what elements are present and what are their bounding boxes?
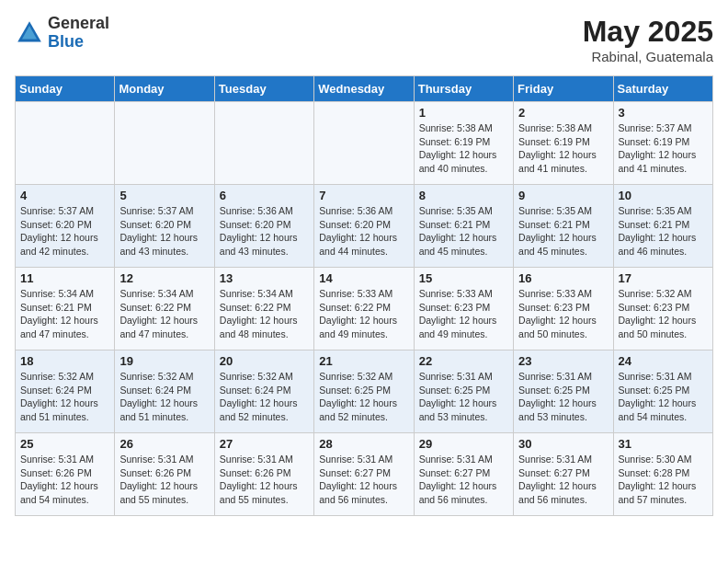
- calendar-cell: 28Sunrise: 5:31 AM Sunset: 6:27 PM Dayli…: [314, 433, 414, 516]
- calendar-week-4: 18Sunrise: 5:32 AM Sunset: 6:24 PM Dayli…: [16, 350, 713, 433]
- day-number: 18: [20, 354, 109, 368]
- day-number: 28: [319, 437, 408, 451]
- calendar-cell: 16Sunrise: 5:33 AM Sunset: 6:23 PM Dayli…: [514, 268, 613, 350]
- cell-info: Sunrise: 5:35 AM Sunset: 6:21 PM Dayligh…: [518, 204, 608, 259]
- day-number: 4: [20, 189, 109, 202]
- cell-info: Sunrise: 5:30 AM Sunset: 6:28 PM Dayligh…: [619, 453, 708, 507]
- header-day-saturday: Saturday: [613, 76, 712, 102]
- cell-info: Sunrise: 5:37 AM Sunset: 6:20 PM Dayligh…: [119, 204, 209, 259]
- title-block: May 2025 Rabinal, Guatemala: [583, 15, 713, 64]
- calendar-cell: 19Sunrise: 5:32 AM Sunset: 6:24 PM Dayli…: [115, 350, 214, 433]
- cell-info: Sunrise: 5:31 AM Sunset: 6:27 PM Dayligh…: [319, 453, 408, 507]
- cell-info: Sunrise: 5:33 AM Sunset: 6:23 PM Dayligh…: [419, 287, 508, 341]
- day-number: 16: [518, 271, 608, 285]
- day-number: 12: [119, 271, 209, 285]
- calendar-cell: 25Sunrise: 5:31 AM Sunset: 6:26 PM Dayli…: [16, 433, 115, 516]
- header-day-thursday: Thursday: [414, 76, 513, 102]
- cell-info: Sunrise: 5:31 AM Sunset: 6:25 PM Dayligh…: [419, 370, 508, 424]
- calendar-cell: 20Sunrise: 5:32 AM Sunset: 6:24 PM Dayli…: [214, 350, 313, 433]
- cell-info: Sunrise: 5:32 AM Sunset: 6:24 PM Dayligh…: [20, 370, 109, 424]
- calendar-cell: 18Sunrise: 5:32 AM Sunset: 6:24 PM Dayli…: [16, 350, 115, 433]
- day-number: 9: [518, 189, 608, 202]
- location: Rabinal, Guatemala: [583, 49, 713, 64]
- day-number: 11: [20, 271, 109, 285]
- header-day-wednesday: Wednesday: [314, 76, 414, 102]
- day-number: 14: [319, 271, 408, 285]
- calendar-cell: 3Sunrise: 5:37 AM Sunset: 6:19 PM Daylig…: [613, 102, 712, 185]
- day-number: 30: [518, 437, 608, 451]
- day-number: 15: [419, 271, 508, 285]
- cell-info: Sunrise: 5:35 AM Sunset: 6:21 PM Dayligh…: [619, 204, 708, 259]
- cell-info: Sunrise: 5:34 AM Sunset: 6:22 PM Dayligh…: [119, 287, 209, 341]
- cell-info: Sunrise: 5:38 AM Sunset: 6:19 PM Dayligh…: [419, 121, 508, 176]
- calendar-cell: 6Sunrise: 5:36 AM Sunset: 6:20 PM Daylig…: [214, 185, 313, 268]
- calendar-cell: 1Sunrise: 5:38 AM Sunset: 6:19 PM Daylig…: [414, 102, 513, 185]
- day-number: 17: [619, 271, 708, 285]
- calendar-cell: 11Sunrise: 5:34 AM Sunset: 6:21 PM Dayli…: [16, 268, 115, 350]
- calendar-cell: 7Sunrise: 5:36 AM Sunset: 6:20 PM Daylig…: [314, 185, 414, 268]
- calendar-cell: 27Sunrise: 5:31 AM Sunset: 6:26 PM Dayli…: [214, 433, 313, 516]
- cell-info: Sunrise: 5:31 AM Sunset: 6:26 PM Dayligh…: [20, 453, 109, 507]
- day-number: 8: [419, 189, 508, 202]
- cell-info: Sunrise: 5:32 AM Sunset: 6:23 PM Dayligh…: [619, 287, 708, 341]
- day-number: 19: [119, 354, 209, 368]
- cell-info: Sunrise: 5:35 AM Sunset: 6:21 PM Dayligh…: [419, 204, 508, 259]
- logo-general: General: [48, 15, 109, 33]
- calendar-cell: [214, 102, 313, 185]
- month-title: May 2025: [583, 15, 713, 49]
- cell-info: Sunrise: 5:36 AM Sunset: 6:20 PM Dayligh…: [220, 204, 309, 259]
- day-number: 6: [220, 189, 309, 202]
- calendar-cell: 30Sunrise: 5:31 AM Sunset: 6:27 PM Dayli…: [514, 433, 613, 516]
- cell-info: Sunrise: 5:32 AM Sunset: 6:24 PM Dayligh…: [220, 370, 309, 424]
- calendar-cell: 26Sunrise: 5:31 AM Sunset: 6:26 PM Dayli…: [115, 433, 214, 516]
- cell-info: Sunrise: 5:31 AM Sunset: 6:27 PM Dayligh…: [419, 453, 508, 507]
- cell-info: Sunrise: 5:33 AM Sunset: 6:22 PM Dayligh…: [319, 287, 408, 341]
- day-number: 26: [119, 437, 209, 451]
- calendar-cell: 8Sunrise: 5:35 AM Sunset: 6:21 PM Daylig…: [414, 185, 513, 268]
- calendar-cell: 21Sunrise: 5:32 AM Sunset: 6:25 PM Dayli…: [314, 350, 414, 433]
- calendar-cell: 5Sunrise: 5:37 AM Sunset: 6:20 PM Daylig…: [115, 185, 214, 268]
- day-number: 21: [319, 354, 408, 368]
- header-day-monday: Monday: [115, 76, 214, 102]
- calendar-cell: 31Sunrise: 5:30 AM Sunset: 6:28 PM Dayli…: [613, 433, 712, 516]
- calendar-cell: 29Sunrise: 5:31 AM Sunset: 6:27 PM Dayli…: [414, 433, 513, 516]
- day-number: 31: [619, 437, 708, 451]
- logo-icon: [15, 18, 44, 48]
- cell-info: Sunrise: 5:32 AM Sunset: 6:25 PM Dayligh…: [319, 370, 408, 424]
- calendar-cell: 15Sunrise: 5:33 AM Sunset: 6:23 PM Dayli…: [414, 268, 513, 350]
- day-number: 20: [220, 354, 309, 368]
- header-day-friday: Friday: [514, 76, 613, 102]
- day-number: 22: [419, 354, 508, 368]
- day-number: 2: [518, 106, 608, 120]
- cell-info: Sunrise: 5:31 AM Sunset: 6:26 PM Dayligh…: [119, 453, 209, 507]
- calendar-cell: 17Sunrise: 5:32 AM Sunset: 6:23 PM Dayli…: [613, 268, 712, 350]
- calendar-cell: 4Sunrise: 5:37 AM Sunset: 6:20 PM Daylig…: [16, 185, 115, 268]
- calendar-table: SundayMondayTuesdayWednesdayThursdayFrid…: [15, 75, 713, 516]
- calendar-cell: 9Sunrise: 5:35 AM Sunset: 6:21 PM Daylig…: [514, 185, 613, 268]
- calendar-week-1: 1Sunrise: 5:38 AM Sunset: 6:19 PM Daylig…: [16, 102, 713, 185]
- calendar-header: SundayMondayTuesdayWednesdayThursdayFrid…: [16, 76, 713, 102]
- calendar-cell: [115, 102, 214, 185]
- cell-info: Sunrise: 5:31 AM Sunset: 6:25 PM Dayligh…: [518, 370, 608, 424]
- day-number: 24: [619, 354, 708, 368]
- calendar-week-2: 4Sunrise: 5:37 AM Sunset: 6:20 PM Daylig…: [16, 185, 713, 268]
- cell-info: Sunrise: 5:34 AM Sunset: 6:22 PM Dayligh…: [220, 287, 309, 341]
- cell-info: Sunrise: 5:37 AM Sunset: 6:20 PM Dayligh…: [20, 204, 109, 259]
- day-number: 27: [220, 437, 309, 451]
- logo-blue: Blue: [48, 33, 109, 52]
- calendar-cell: [314, 102, 414, 185]
- cell-info: Sunrise: 5:31 AM Sunset: 6:26 PM Dayligh…: [220, 453, 309, 507]
- calendar-body: 1Sunrise: 5:38 AM Sunset: 6:19 PM Daylig…: [16, 102, 713, 516]
- cell-info: Sunrise: 5:33 AM Sunset: 6:23 PM Dayligh…: [518, 287, 608, 341]
- day-number: 29: [419, 437, 508, 451]
- cell-info: Sunrise: 5:38 AM Sunset: 6:19 PM Dayligh…: [518, 121, 608, 176]
- calendar-cell: 12Sunrise: 5:34 AM Sunset: 6:22 PM Dayli…: [115, 268, 214, 350]
- calendar-week-3: 11Sunrise: 5:34 AM Sunset: 6:21 PM Dayli…: [16, 268, 713, 350]
- cell-info: Sunrise: 5:32 AM Sunset: 6:24 PM Dayligh…: [119, 370, 209, 424]
- cell-info: Sunrise: 5:36 AM Sunset: 6:20 PM Dayligh…: [319, 204, 408, 259]
- day-number: 25: [20, 437, 109, 451]
- day-number: 3: [619, 106, 708, 120]
- calendar-cell: 23Sunrise: 5:31 AM Sunset: 6:25 PM Dayli…: [514, 350, 613, 433]
- day-number: 1: [419, 106, 508, 120]
- calendar-cell: [16, 102, 115, 185]
